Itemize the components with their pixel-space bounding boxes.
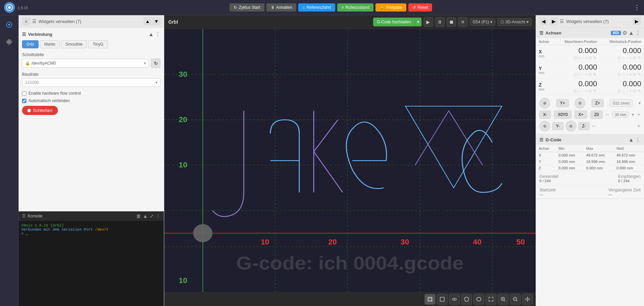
mm-minus[interactable]: − <box>606 111 609 118</box>
view-side-button[interactable] <box>461 294 472 305</box>
pause-button[interactable]: ⏸ <box>435 17 445 27</box>
axis-y-work-loc[interactable]: ⊙ <box>617 72 621 77</box>
coord-system-select[interactable]: G54 (P1) ▾ <box>470 18 496 26</box>
move-origin[interactable]: ⊕ <box>539 98 550 109</box>
gcode-more[interactable]: ⋮ <box>635 137 641 143</box>
axis-z-work-plus[interactable]: + <box>629 88 632 94</box>
right-panel-prev[interactable]: ◀ <box>539 17 548 25</box>
zyklus-start-button[interactable]: ↻ Zyklus Start <box>230 3 264 11</box>
axes-up[interactable]: ▲ <box>628 30 634 36</box>
y-plus-button[interactable]: Y+ <box>556 99 569 107</box>
axis-z-work-edit[interactable]: ✎ <box>637 88 641 94</box>
close-vis-button[interactable]: ✕ <box>458 17 468 27</box>
sidebar-item-cnc[interactable] <box>3 19 15 31</box>
hw-flow-checkbox[interactable] <box>22 91 26 96</box>
tab-grbl[interactable]: Grbl <box>22 40 39 48</box>
axis-y-machine-home[interactable]: ⌂ <box>578 72 581 77</box>
view-mode-select[interactable]: ⬡ 3D-Ansicht ▾ <box>497 18 532 26</box>
view-front-button[interactable] <box>437 294 448 305</box>
axis-z-work-minus[interactable]: − <box>626 88 628 94</box>
axis-z-machine-plus[interactable]: + <box>585 88 587 94</box>
axis-x-machine-plus[interactable]: + <box>585 55 587 61</box>
axis-x-work-minus[interactable]: − <box>626 55 628 61</box>
zoom-in-button[interactable] <box>498 294 509 305</box>
gcode-upload-button[interactable]: G-Code hochladen <box>373 18 415 26</box>
console-expand[interactable]: ⤢ <box>150 213 154 219</box>
pan-button[interactable] <box>522 294 533 305</box>
axis-z-work-target[interactable]: ⊙ <box>632 88 637 94</box>
baudrate-select[interactable]: 115200 ▾ <box>22 78 160 87</box>
auto-connect-checkbox[interactable] <box>22 99 26 103</box>
axis-x-machine-minus[interactable]: − <box>581 55 584 61</box>
panel-up[interactable]: ▲ <box>144 17 152 25</box>
gcode-up[interactable]: ▲ <box>628 137 634 143</box>
axis-z-work-loc[interactable]: ⊙ <box>617 88 621 94</box>
tab-tinyg[interactable]: TinyG <box>88 40 108 48</box>
axis-x-work-target[interactable]: ⊙ <box>632 55 637 61</box>
view-top-button[interactable] <box>449 294 460 305</box>
move-origin2[interactable]: ⊕ <box>575 98 585 109</box>
axis-x-work-home[interactable]: ⌂ <box>622 55 625 61</box>
axis-z-machine-edit[interactable]: ✎ <box>593 88 597 94</box>
verbindung-up[interactable]: ▲ <box>148 31 154 38</box>
move-origin4[interactable]: ⊕ <box>565 121 576 132</box>
fit-view-button[interactable] <box>486 294 496 305</box>
anhalten-button[interactable]: ⏸ Anhalten <box>266 3 296 11</box>
axis-y-machine-minus[interactable]: − <box>581 72 584 77</box>
tab-marlin[interactable]: Marlin <box>40 40 60 48</box>
verbindung-more[interactable]: ⋮ <box>155 31 160 38</box>
axis-y-work-target[interactable]: ⊙ <box>632 72 637 77</box>
y-minus-button[interactable]: Y- <box>552 122 563 130</box>
axis-y-work-plus[interactable]: + <box>629 72 632 77</box>
axis-x-machine-loc[interactable]: ⊙ <box>573 55 577 61</box>
axis-x-work-plus[interactable]: + <box>629 55 632 61</box>
reset-button[interactable]: ↺ Reset <box>408 3 432 11</box>
zoom-out-button[interactable] <box>510 294 521 305</box>
axis-z-machine-target[interactable]: ⊙ <box>588 88 592 94</box>
mm-plus[interactable]: + <box>637 111 641 118</box>
upload-dropdown-button[interactable]: ▾ <box>415 18 422 26</box>
view-3d-button[interactable] <box>425 294 435 305</box>
axis-z-machine-home[interactable]: ⌂ <box>578 88 581 94</box>
x0y0-button[interactable]: X0Y0 <box>554 111 571 119</box>
axis-y-machine-edit[interactable]: ✎ <box>593 72 597 77</box>
stop-button[interactable]: ⏹ <box>447 17 456 27</box>
axis-z-machine-loc[interactable]: ⊙ <box>573 88 577 94</box>
ruhezustand-button[interactable]: ≡ Ruhezustand <box>337 3 373 11</box>
axis-x-work-edit[interactable]: ✎ <box>637 55 641 61</box>
axis-x-machine-edit[interactable]: ✎ <box>593 55 597 61</box>
close-button[interactable]: Schließen <box>22 106 58 115</box>
z0-button[interactable]: Z0 <box>591 111 603 119</box>
menu-button[interactable]: ⋮ <box>634 4 640 11</box>
console-clear[interactable]: 🗑 <box>136 213 141 219</box>
z-minus-button[interactable]: Z- <box>578 122 589 130</box>
console-up[interactable]: ▲ <box>143 213 148 219</box>
console-more[interactable]: ⋮ <box>156 213 160 219</box>
x-minus-button[interactable]: X- <box>539 111 551 119</box>
axis-z-machine-minus[interactable]: − <box>581 88 584 94</box>
axis-z-work-home[interactable]: ⌂ <box>622 88 625 94</box>
move-minus-end[interactable]: − <box>592 123 595 130</box>
axis-x-machine-home[interactable]: ⌂ <box>578 55 581 61</box>
panel-down[interactable]: ▼ <box>152 17 160 25</box>
axis-y-machine-target[interactable]: ⊙ <box>588 72 592 77</box>
schnittstelle-select[interactable]: 🔒 /dev/ttyACM0 ▾ <box>22 59 149 68</box>
x-plus-button[interactable]: X+ <box>575 111 587 119</box>
right-panel-next[interactable]: ▶ <box>550 17 558 25</box>
axis-y-machine-plus[interactable]: + <box>585 72 587 77</box>
axis-x-work-loc[interactable]: ⊙ <box>617 55 621 61</box>
axis-y-work-edit[interactable]: ✎ <box>637 72 641 77</box>
z-plus-button[interactable]: Z+ <box>592 99 604 107</box>
axis-y-machine-loc[interactable]: ⊙ <box>573 72 577 77</box>
right-panel-expand[interactable]: ▶ <box>632 17 641 25</box>
axis-y-work-minus[interactable]: − <box>626 72 628 77</box>
freigabe-button[interactable]: 🔒 Freigabe <box>375 3 406 11</box>
tab-smoothie[interactable]: Smoothie <box>61 40 87 48</box>
refresh-port-button[interactable]: ↻ <box>151 58 160 68</box>
view-perspective-button[interactable] <box>473 294 484 305</box>
panel-nav-back[interactable]: ‹ <box>22 17 30 25</box>
move-origin3[interactable]: ⊕ <box>539 121 550 132</box>
referenzfahrt-button[interactable]: ⌂ Referenzfahrt <box>298 3 335 11</box>
play-button[interactable]: ▶ <box>424 17 433 27</box>
axes-gear[interactable]: ⚙ <box>622 30 627 36</box>
